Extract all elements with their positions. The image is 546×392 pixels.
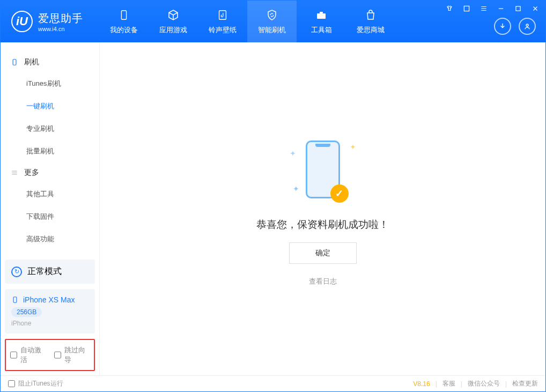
svg-rect-1 — [219, 11, 226, 20]
mode-label: 正常模式 — [27, 266, 62, 277]
tab-toolbox[interactable]: 工具箱 — [297, 1, 346, 42]
mode-icon: ↻ — [11, 267, 22, 277]
maximize-icon[interactable] — [513, 4, 523, 13]
menu-icon — [10, 168, 19, 177]
sidebar-item-other-tools[interactable]: 其他工具 — [1, 183, 99, 205]
auto-activate-checkbox[interactable]: 自动激活 — [10, 345, 46, 365]
device-storage: 256GB — [11, 307, 42, 317]
svg-rect-0 — [121, 11, 126, 20]
minimize-icon[interactable] — [496, 4, 506, 13]
sidebar-item-oneclick-flash[interactable]: 一键刷机 — [1, 95, 99, 117]
footer-link-update[interactable]: 检查更新 — [512, 379, 538, 388]
download-icon[interactable] — [494, 18, 511, 35]
svg-rect-8 — [13, 297, 17, 303]
sidebar: 刷机 iTunes刷机 一键刷机 专业刷机 批量刷机 更多 其他工具 下载固件 … — [1, 42, 100, 375]
list-icon[interactable] — [479, 4, 489, 13]
mode-card[interactable]: ↻ 正常模式 — [5, 260, 95, 284]
highlighted-options: 自动激活 跳过向导 — [5, 339, 95, 371]
success-message: 恭喜您，保资料刷机成功啦！ — [256, 218, 389, 232]
spark-icon: ✦ — [350, 143, 356, 151]
ok-button[interactable]: 确定 — [289, 242, 357, 264]
group-title: 更多 — [24, 168, 39, 177]
tab-ringtones[interactable]: 铃声壁纸 — [198, 1, 247, 42]
window-controls — [445, 4, 540, 13]
tab-store[interactable]: 爱思商城 — [346, 1, 395, 42]
app-url: www.i4.cn — [38, 26, 83, 32]
sidebar-item-itunes-flash[interactable]: iTunes刷机 — [1, 72, 99, 95]
tab-label: 工具箱 — [311, 25, 332, 35]
group-title: 刷机 — [24, 57, 39, 67]
tab-smart-flash[interactable]: 智能刷机 — [247, 1, 297, 42]
user-icon[interactable] — [519, 18, 536, 35]
toolbox-icon — [314, 8, 328, 22]
phone-icon — [11, 296, 19, 304]
tab-my-device[interactable]: 我的设备 — [99, 1, 149, 42]
svg-rect-2 — [317, 13, 326, 19]
nav-tabs: 我的设备 应用游戏 铃声壁纸 智能刷机 工具箱 爱思商城 — [99, 1, 395, 42]
device-icon — [117, 8, 131, 22]
close-icon[interactable] — [530, 4, 540, 13]
block-itunes-checkbox[interactable] — [8, 380, 15, 387]
svg-rect-3 — [320, 12, 323, 13]
footer-link-wechat[interactable]: 微信公众号 — [468, 379, 500, 388]
sidebar-item-pro-flash[interactable]: 专业刷机 — [1, 117, 99, 140]
device-type: iPhone — [11, 320, 88, 327]
svg-rect-4 — [464, 6, 469, 11]
sidebar-item-batch-flash[interactable]: 批量刷机 — [1, 140, 99, 162]
main-content: ✦ ✦ ✦ ✓ 恭喜您，保资料刷机成功啦！ 确定 查看日志 — [100, 42, 545, 375]
refresh-shield-icon — [265, 8, 279, 22]
tshirt-icon[interactable] — [445, 4, 454, 13]
device-card[interactable]: iPhone XS Max 256GB iPhone — [5, 289, 95, 334]
tab-label: 爱思商城 — [357, 25, 385, 35]
block-itunes-label: 阻止iTunes运行 — [18, 379, 63, 388]
logo: iU 爱思助手 www.i4.cn — [11, 11, 83, 32]
sidebar-item-advanced[interactable]: 高级功能 — [1, 228, 99, 250]
view-log-link[interactable]: 查看日志 — [309, 277, 337, 286]
tab-label: 应用游戏 — [159, 25, 187, 35]
phone-icon — [10, 58, 19, 66]
skip-guide-checkbox[interactable]: 跳过向导 — [54, 345, 90, 365]
sidebar-item-download-firmware[interactable]: 下载固件 — [1, 205, 99, 228]
success-illustration: ✦ ✦ ✦ ✓ — [280, 132, 366, 207]
menu-icon[interactable] — [462, 4, 471, 13]
bag-icon — [364, 8, 378, 22]
app-header: iU 爱思助手 www.i4.cn 我的设备 应用游戏 铃声壁纸 智能刷机 工具… — [1, 1, 545, 42]
check-badge-icon: ✓ — [330, 184, 349, 203]
sidebar-group-more: 更多 — [1, 162, 99, 183]
svg-point-6 — [526, 24, 528, 26]
tab-label: 铃声壁纸 — [209, 25, 237, 35]
music-file-icon — [216, 8, 230, 22]
footer: 阻止iTunes运行 V8.16 | 客服 | 微信公众号 | 检查更新 — [1, 375, 545, 391]
logo-icon: iU — [11, 11, 33, 32]
header-actions — [494, 18, 536, 35]
app-name: 爱思助手 — [38, 11, 83, 26]
svg-rect-7 — [13, 60, 16, 65]
device-name: iPhone XS Max — [23, 295, 75, 304]
tab-app-games[interactable]: 应用游戏 — [149, 1, 198, 42]
tab-label: 智能刷机 — [258, 25, 286, 35]
spark-icon: ✦ — [293, 184, 299, 193]
spark-icon: ✦ — [290, 149, 296, 158]
tab-label: 我的设备 — [110, 25, 138, 35]
version-label: V8.16 — [413, 380, 430, 388]
footer-link-support[interactable]: 客服 — [442, 379, 455, 388]
svg-rect-5 — [516, 6, 520, 11]
sidebar-group-flash: 刷机 — [1, 52, 99, 72]
cube-icon — [166, 8, 180, 22]
